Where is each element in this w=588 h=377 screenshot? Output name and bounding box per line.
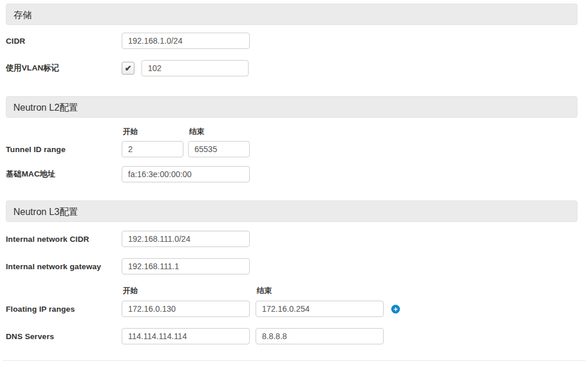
range-end-header: 结束 (256, 286, 272, 296)
vlan-tagging-checkbox[interactable]: ✔ (122, 62, 134, 75)
internal-gateway-row: Internal network gateway (6, 258, 582, 274)
range-start-header: 开始 (122, 126, 188, 137)
section-header-neutron-l2: Neutron L2配置 (6, 96, 578, 118)
internal-cidr-input[interactable] (122, 231, 250, 247)
floating-ip-label: Floating IP ranges (6, 305, 122, 313)
range-start-header: 开始 (122, 286, 256, 296)
internal-gateway-label: Internal network gateway (6, 262, 122, 271)
range-end-header: 结束 (188, 126, 204, 137)
floating-ip-row: Floating IP ranges + (6, 301, 582, 317)
bottom-divider (3, 360, 585, 361)
cidr-input[interactable] (122, 33, 250, 49)
cidr-row: CIDR (6, 33, 582, 49)
internal-cidr-label: Internal network CIDR (6, 235, 122, 244)
cidr-label: CIDR (6, 37, 122, 45)
dns-servers-row: DNS Servers (6, 328, 582, 344)
floating-ip-start-input[interactable] (122, 301, 250, 317)
vlan-tagging-label: 使用VLAN标记 (6, 63, 122, 73)
vlan-tagging-row: 使用VLAN标记 ✔ (6, 60, 582, 76)
l3-range-headers-row: 开始 结束 (6, 286, 582, 296)
check-icon: ✔ (125, 64, 132, 73)
internal-cidr-row: Internal network CIDR (6, 231, 582, 247)
base-mac-input[interactable] (122, 166, 250, 182)
tunnel-id-range-row: Tunnel ID range (6, 141, 582, 157)
dns-servers-label: DNS Servers (6, 332, 122, 341)
dns-server-1-input[interactable] (122, 328, 250, 344)
add-floating-range-button[interactable]: + (391, 305, 400, 313)
section-title: Neutron L2配置 (13, 103, 78, 112)
tunnel-id-end-input[interactable] (188, 141, 250, 157)
network-settings-page: 存储 CIDR 使用VLAN标记 ✔ Neutron L2配置 开始 结束 Tu… (0, 0, 588, 361)
section-title: Neutron L3配置 (13, 207, 78, 217)
section-header-neutron-l3: Neutron L3配置 (6, 200, 578, 222)
base-mac-row: 基础MAC地址 (6, 166, 582, 182)
plus-icon: + (394, 305, 398, 313)
floating-ip-end-input[interactable] (256, 301, 384, 317)
base-mac-label: 基础MAC地址 (6, 169, 122, 179)
dns-server-2-input[interactable] (256, 328, 384, 344)
vlan-tag-input[interactable] (141, 60, 249, 76)
tunnel-id-start-input[interactable] (122, 141, 183, 157)
l2-range-headers-row: 开始 结束 (6, 126, 582, 137)
section-header-storage: 存储 (6, 3, 578, 25)
internal-gateway-input[interactable] (122, 258, 250, 274)
section-title: 存储 (13, 10, 32, 20)
tunnel-id-range-label: Tunnel ID range (6, 145, 122, 154)
